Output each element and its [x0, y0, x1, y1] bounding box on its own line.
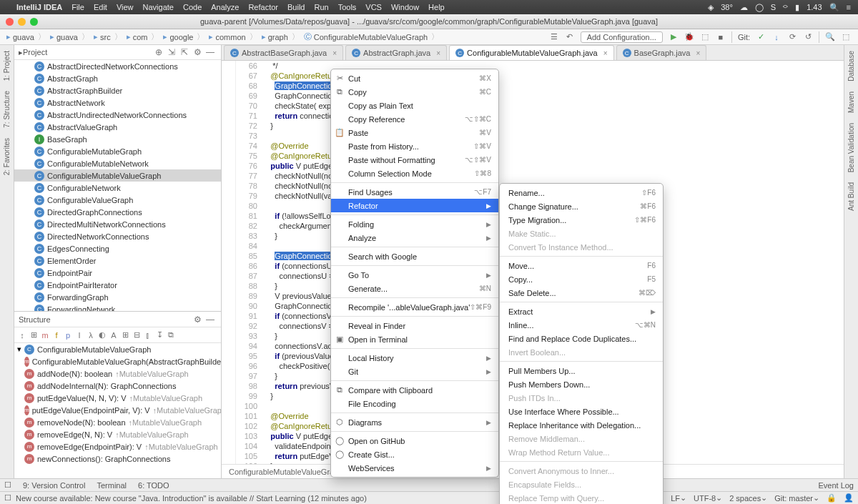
- collapse-all-icon[interactable]: ⇱: [178, 47, 191, 57]
- breadcrumb-item[interactable]: ▸ common〉: [207, 31, 259, 42]
- project-tree-item[interactable]: CAbstractDirectedNetworkConnections: [14, 60, 221, 72]
- menu-item[interactable]: ⧉Compare with Clipboard: [331, 383, 498, 397]
- vcs-update-icon[interactable]: ✓: [753, 30, 769, 44]
- rail-tab-bean[interactable]: Bean Validation: [847, 120, 855, 175]
- tab-terminal[interactable]: Terminal: [97, 481, 127, 490]
- nav-select-config-icon[interactable]: ☰: [546, 30, 562, 44]
- rail-tab-favorites[interactable]: 2: Favorites: [3, 135, 11, 178]
- coverage-icon[interactable]: ⬚: [697, 30, 713, 44]
- menu-analyze[interactable]: Analyze: [211, 3, 239, 11]
- menu-item[interactable]: Safe Delete...⌘⌦: [500, 286, 663, 300]
- menu-item[interactable]: Copy Reference⌥⇧⌘C: [331, 112, 498, 126]
- menu-refactor[interactable]: Refactor: [248, 3, 278, 11]
- structure-item[interactable]: mputEdgeValue(N, N, V): V ↑MutableValueG…: [14, 392, 221, 404]
- breadcrumb-item[interactable]: Ⓒ ConfigurableMutableValueGraph〉: [302, 31, 441, 42]
- menu-item[interactable]: 📋Paste⌘V: [331, 126, 498, 139]
- menu-item[interactable]: File Encoding: [331, 397, 498, 410]
- menu-item[interactable]: Find and Replace Code Duplicates...: [500, 332, 663, 345]
- structure-settings-icon[interactable]: ⚙: [191, 315, 204, 325]
- menu-window[interactable]: Window: [391, 3, 419, 11]
- project-tree-item[interactable]: CConfigurableMutableNetwork: [14, 157, 221, 169]
- project-tree-item[interactable]: CAbstractNetwork: [14, 97, 221, 109]
- editor-tab[interactable]: CConfigurableMutableValueGraph.java×: [449, 45, 613, 60]
- menu-item[interactable]: Copy...F5: [500, 272, 663, 286]
- project-tree-item[interactable]: CAbstractUndirectedNetworkConnections: [14, 109, 221, 121]
- search-everywhere-icon[interactable]: 🔍: [822, 30, 838, 44]
- app-name[interactable]: IntelliJ IDEA: [16, 3, 62, 11]
- menu-item[interactable]: ⬡Diagrams▶: [331, 415, 498, 429]
- menu-item[interactable]: Copy as Plain Text: [331, 99, 498, 112]
- menuextra-battery-icon[interactable]: ▮: [795, 3, 799, 12]
- tab-version-control[interactable]: 9: Version Control: [23, 481, 85, 490]
- rail-tab-maven[interactable]: Maven: [847, 89, 855, 116]
- status-left-icon[interactable]: ☐: [4, 493, 11, 503]
- close-tab-icon[interactable]: ×: [696, 49, 700, 57]
- menu-item[interactable]: Column Selection Mode⇧⌘8: [331, 167, 498, 180]
- breadcrumb-item[interactable]: ▸ guava〉: [4, 31, 48, 42]
- menu-run[interactable]: Run: [314, 3, 328, 11]
- menu-file[interactable]: File: [72, 3, 84, 11]
- menu-item[interactable]: Change Signature...⌘F6: [500, 199, 663, 213]
- structure-item[interactable]: mnewConnections(): GraphConnections: [14, 453, 221, 465]
- project-tree-item[interactable]: CConfigurableMutableValueGraph: [14, 169, 221, 182]
- vcs-commit-icon[interactable]: ↓: [769, 30, 784, 44]
- menu-item[interactable]: Paste from History...⇧⌘V: [331, 139, 498, 153]
- add-configuration-button[interactable]: Add Configuration...: [581, 31, 663, 43]
- menu-item[interactable]: Push Members Down...: [500, 377, 663, 391]
- menuextra-circle-icon[interactable]: ◯: [755, 3, 764, 12]
- project-tree-item[interactable]: IBaseGraph: [14, 133, 221, 145]
- menu-item[interactable]: ⧉Copy⌘C: [331, 85, 498, 99]
- breadcrumb-item[interactable]: ▸ graph〉: [260, 31, 302, 42]
- structure-tree[interactable]: ▾ C ConfigurableMutableValueGraph mConfi…: [14, 343, 221, 478]
- close-tab-icon[interactable]: ×: [603, 49, 608, 57]
- structure-panel-title[interactable]: Structure: [19, 315, 191, 324]
- rail-tab-project[interactable]: 1: Project: [3, 48, 11, 84]
- menu-item[interactable]: Folding▶: [331, 217, 498, 231]
- menuextra-s[interactable]: S: [771, 3, 776, 11]
- menu-item[interactable]: Find Usages⌥F7: [331, 185, 498, 199]
- structure-item[interactable]: mremoveEdge(N, N): V ↑MutableValueGraph: [14, 428, 221, 440]
- status-indent[interactable]: 2 spaces: [729, 494, 761, 503]
- menu-item[interactable]: Type Migration...⇧⌘F6: [500, 213, 663, 227]
- menu-item[interactable]: Rename...⇧F6: [500, 186, 663, 199]
- menu-item[interactable]: Local History▶: [331, 351, 498, 365]
- structure-item[interactable]: mputEdgeValue(EndpointPair, V): V ↑Mutab…: [14, 404, 221, 416]
- project-tree-item[interactable]: CForwardingGraph: [14, 291, 221, 303]
- menu-item[interactable]: ◯Open on GitHub: [331, 434, 498, 448]
- struct-methods-icon[interactable]: m: [40, 331, 50, 340]
- project-tree-item[interactable]: CAbstractGraph: [14, 72, 221, 84]
- struct-float-icon[interactable]: ⧉: [166, 330, 176, 340]
- menu-item[interactable]: Inline...⌥⌘N: [500, 318, 663, 332]
- editor-breadcrumb-0[interactable]: ConfigurableMutableValueGraph: [229, 468, 342, 476]
- menu-item[interactable]: ◯Create Gist...: [331, 448, 498, 461]
- menuextra-wifi-icon[interactable]: ⌔: [783, 3, 788, 11]
- menu-code[interactable]: Code: [183, 3, 202, 11]
- scroll-from-source-icon[interactable]: ⊕: [152, 47, 165, 57]
- editor-gutter-icons[interactable]: [222, 61, 236, 464]
- structure-hide-icon[interactable]: —: [204, 315, 217, 325]
- rail-tab-ant[interactable]: Ant Build: [847, 179, 855, 214]
- menu-build[interactable]: Build: [287, 3, 305, 11]
- status-inspector-icon[interactable]: 👤: [844, 493, 854, 503]
- editor-tab[interactable]: CAbstractBaseGraph.java×: [224, 45, 343, 60]
- close-button[interactable]: [6, 18, 14, 26]
- zoom-button[interactable]: [30, 18, 38, 26]
- close-tab-icon[interactable]: ×: [436, 49, 440, 57]
- project-panel-title[interactable]: Project: [23, 48, 152, 56]
- menu-item[interactable]: Replace Inheritance with Delegation...: [500, 418, 663, 432]
- menu-item[interactable]: ▣Open in Terminal: [331, 332, 498, 346]
- menuextra-shield-icon[interactable]: ◈: [708, 3, 714, 12]
- minimize-button[interactable]: [18, 18, 26, 26]
- project-tree-item[interactable]: CEdgesConnecting: [14, 242, 221, 255]
- menu-item[interactable]: Extract▶: [500, 305, 663, 318]
- nav-back-icon[interactable]: ↶: [562, 30, 578, 44]
- status-encoding[interactable]: UTF-8: [694, 494, 716, 503]
- struct-group-icon[interactable]: ⊞: [29, 330, 39, 340]
- struct-root[interactable]: ConfigurableMutableValueGraph: [37, 345, 151, 354]
- structure-item[interactable]: mremoveNode(N): boolean ↑MutableValueGra…: [14, 416, 221, 428]
- menu-item[interactable]: Paste without Formatting⌥⇧⌘V: [331, 153, 498, 167]
- menu-navigate[interactable]: Navigate: [143, 3, 174, 11]
- menu-item[interactable]: Refactor▶: [331, 199, 498, 212]
- menuextra-search-icon[interactable]: 🔍: [829, 3, 839, 12]
- status-lock-icon[interactable]: 🔒: [827, 493, 837, 503]
